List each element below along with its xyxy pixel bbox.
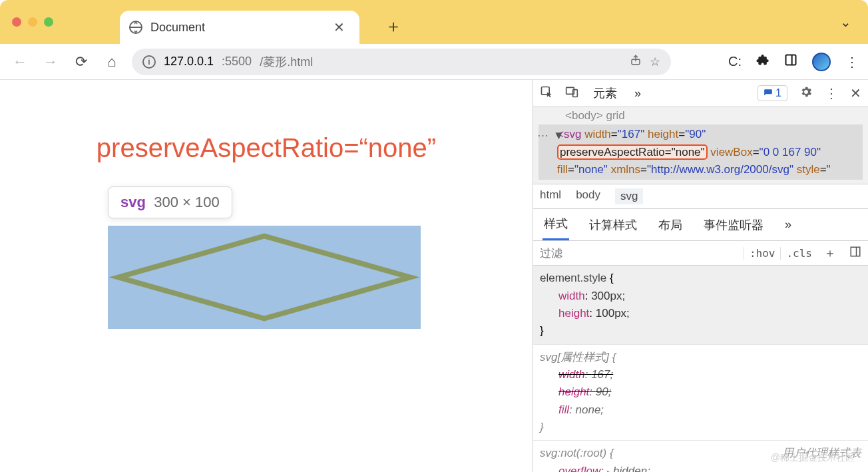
settings-gear-icon[interactable] [799,85,813,102]
device-toggle-icon[interactable] [565,85,578,102]
caret-down-icon[interactable]: ▼ [553,127,564,144]
dom-breadcrumb: html body svg [533,184,868,209]
panel-layout-icon[interactable] [843,246,868,261]
dom-tree[interactable]: <body> grid ⋯ ▼ <svg width="167" height=… [533,107,868,184]
tab-elements[interactable]: 元素 [590,80,620,107]
close-tab-icon[interactable]: ✕ [328,17,350,38]
css-rules: element.style { width: 300px; height: 10… [533,266,868,472]
bookmark-star-icon[interactable]: ☆ [650,55,660,69]
extension-c-icon[interactable]: C: [728,54,742,69]
rendered-page: preserveAspectRatio=“none” svg 300 × 100 [0,80,533,472]
devtools-close-icon[interactable]: ✕ [850,85,861,101]
subtab-more-icon[interactable]: » [783,211,793,238]
home-button[interactable]: ⌂ [101,51,122,73]
forward-button[interactable]: → [40,51,61,73]
subtab-computed[interactable]: 计算样式 [588,210,638,240]
svg-rect-1 [786,55,796,65]
new-tab-button[interactable]: ＋ [385,15,402,38]
browser-toolbar: ← → ⟳ ⌂ i 127.0.0.1:5500/菱形.html ☆ C: ⋮ [0,44,868,80]
site-info-icon[interactable]: i [142,55,156,69]
url-host: 127.0.0.1 [164,55,214,69]
bc-svg[interactable]: svg [615,188,643,204]
devtools-topbar: 元素 » 1 ⋮ ✕ [533,80,868,107]
rule-svg-not-root[interactable]: 用户代理样式表 svg:not(:root) { overflow: ▸ hid… [533,441,868,472]
share-icon[interactable] [630,54,642,69]
element-inspect-tooltip: svg 300 × 100 [108,186,232,218]
address-bar[interactable]: i 127.0.0.1:5500/菱形.html ☆ [132,49,671,75]
side-panel-icon[interactable] [784,53,797,70]
extensions-puzzle-icon[interactable] [756,53,769,70]
close-window-dot[interactable] [12,17,21,27]
demo-headline: preserveAspectRatio=“none” [0,133,533,163]
subtab-listeners[interactable]: 事件监听器 [702,210,765,240]
minimize-window-dot[interactable] [28,17,37,27]
styles-filter-bar: :hov .cls ＋ [533,241,868,266]
svg-rect-6 [851,247,860,256]
reload-button[interactable]: ⟳ [71,51,92,73]
devtools-kebab-icon[interactable]: ⋮ [825,85,838,101]
tab-title: Document [150,21,205,35]
tabs-overflow-chevron-icon[interactable]: ⌄ [829,14,861,30]
back-button[interactable]: ← [9,51,31,73]
maximize-window-dot[interactable] [44,17,53,27]
tooltip-tagname: svg [120,194,146,210]
profile-avatar[interactable] [812,53,831,71]
highlighted-attr: preserveAspectRatio="none" [557,144,708,160]
tooltip-dimensions: 300 × 100 [154,194,219,210]
url-path: /菱形.html [260,54,313,70]
demo-svg-rhombus[interactable] [108,226,421,329]
subtab-styles[interactable]: 样式 [542,209,569,240]
traffic-lights [12,17,53,27]
cls-toggle[interactable]: .cls [780,247,817,260]
ellipsis-icon[interactable]: ⋯ [537,127,548,144]
rule-svg-attribute-style[interactable]: svg[属性样式] { width: 167; height: 90; fill… [533,345,868,441]
globe-icon [129,21,142,34]
bc-html[interactable]: html [540,188,561,204]
styles-filter-input[interactable] [533,241,744,265]
new-rule-plus-icon[interactable]: ＋ [817,245,843,261]
hov-toggle[interactable]: :hov [744,247,781,260]
url-port: :5500 [222,55,252,69]
inspect-element-icon[interactable] [540,85,553,102]
bc-body[interactable]: body [576,188,600,204]
rule-element-style[interactable]: element.style { width: 300px; height: 10… [533,266,868,344]
issues-badge[interactable]: 1 [758,85,787,101]
window-titlebar: Document ✕ ＋ ⌄ [0,0,868,44]
styles-subtabs: 样式 计算样式 布局 事件监听器 » [533,209,868,241]
selected-dom-node[interactable]: <svg width="167" height="90" preserveAsp… [539,124,863,180]
subtab-layout[interactable]: 布局 [657,210,684,240]
rule-source: 用户代理样式表 [782,445,861,462]
tabs-more-icon[interactable]: » [632,81,644,106]
devtools-panel: 元素 » 1 ⋮ ✕ <body> grid ⋯ ▼ <svg width="1… [533,80,868,472]
kebab-menu-icon[interactable]: ⋮ [845,54,859,70]
browser-tab[interactable]: Document ✕ [120,11,359,44]
